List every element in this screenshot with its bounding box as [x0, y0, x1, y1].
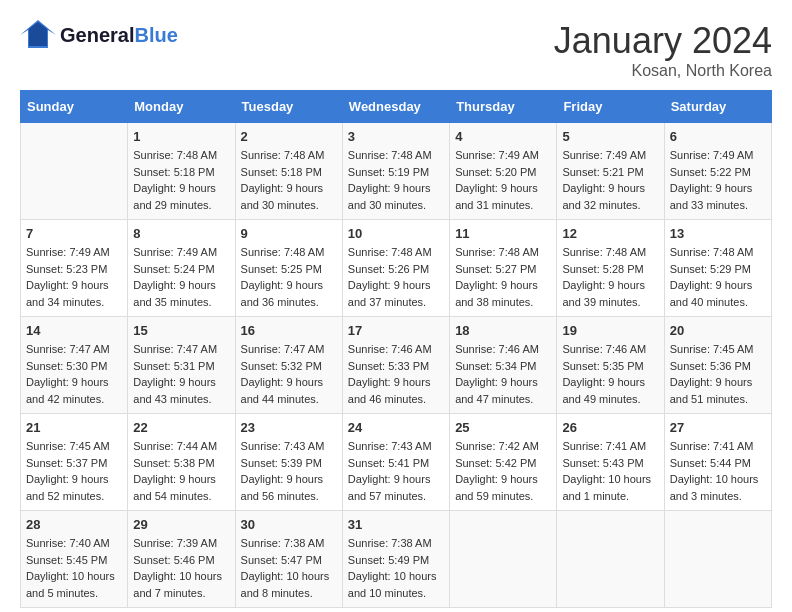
cell-content: Sunrise: 7:46 AMSunset: 5:33 PMDaylight:…	[348, 341, 444, 407]
day-number: 9	[241, 226, 337, 241]
cell-content: Sunrise: 7:38 AMSunset: 5:47 PMDaylight:…	[241, 535, 337, 601]
calendar-table: SundayMondayTuesdayWednesdayThursdayFrid…	[20, 90, 772, 608]
day-number: 6	[670, 129, 766, 144]
sunset-text: Sunset: 5:18 PM	[133, 166, 214, 178]
day-number: 26	[562, 420, 658, 435]
sunrise-text: Sunrise: 7:41 AM	[670, 440, 754, 452]
day-number: 15	[133, 323, 229, 338]
day-number: 21	[26, 420, 122, 435]
sunrise-text: Sunrise: 7:46 AM	[348, 343, 432, 355]
calendar-cell: 30Sunrise: 7:38 AMSunset: 5:47 PMDayligh…	[235, 511, 342, 608]
sunset-text: Sunset: 5:41 PM	[348, 457, 429, 469]
daylight-text: Daylight: 9 hours and 34 minutes.	[26, 279, 109, 308]
day-number: 13	[670, 226, 766, 241]
daylight-text: Daylight: 9 hours and 56 minutes.	[241, 473, 324, 502]
sunrise-text: Sunrise: 7:47 AM	[26, 343, 110, 355]
cell-content: Sunrise: 7:47 AMSunset: 5:32 PMDaylight:…	[241, 341, 337, 407]
cell-content: Sunrise: 7:48 AMSunset: 5:18 PMDaylight:…	[133, 147, 229, 213]
daylight-text: Daylight: 9 hours and 46 minutes.	[348, 376, 431, 405]
daylight-text: Daylight: 9 hours and 31 minutes.	[455, 182, 538, 211]
sunrise-text: Sunrise: 7:38 AM	[348, 537, 432, 549]
cell-content: Sunrise: 7:40 AMSunset: 5:45 PMDaylight:…	[26, 535, 122, 601]
sunset-text: Sunset: 5:33 PM	[348, 360, 429, 372]
logo-bird-icon	[20, 20, 56, 50]
cell-content: Sunrise: 7:46 AMSunset: 5:35 PMDaylight:…	[562, 341, 658, 407]
calendar-cell	[557, 511, 664, 608]
cell-content: Sunrise: 7:47 AMSunset: 5:30 PMDaylight:…	[26, 341, 122, 407]
calendar-cell: 11Sunrise: 7:48 AMSunset: 5:27 PMDayligh…	[450, 220, 557, 317]
daylight-text: Daylight: 9 hours and 52 minutes.	[26, 473, 109, 502]
cell-content: Sunrise: 7:41 AMSunset: 5:43 PMDaylight:…	[562, 438, 658, 504]
cell-content: Sunrise: 7:45 AMSunset: 5:37 PMDaylight:…	[26, 438, 122, 504]
cell-content: Sunrise: 7:48 AMSunset: 5:28 PMDaylight:…	[562, 244, 658, 310]
month-title: January 2024	[554, 20, 772, 62]
sunset-text: Sunset: 5:44 PM	[670, 457, 751, 469]
day-number: 14	[26, 323, 122, 338]
daylight-text: Daylight: 9 hours and 54 minutes.	[133, 473, 216, 502]
col-header-thursday: Thursday	[450, 91, 557, 123]
cell-content: Sunrise: 7:43 AMSunset: 5:41 PMDaylight:…	[348, 438, 444, 504]
daylight-text: Daylight: 10 hours and 10 minutes.	[348, 570, 437, 599]
sunset-text: Sunset: 5:27 PM	[455, 263, 536, 275]
day-number: 25	[455, 420, 551, 435]
sunrise-text: Sunrise: 7:48 AM	[670, 246, 754, 258]
daylight-text: Daylight: 9 hours and 30 minutes.	[241, 182, 324, 211]
sunset-text: Sunset: 5:36 PM	[670, 360, 751, 372]
sunrise-text: Sunrise: 7:48 AM	[241, 246, 325, 258]
daylight-text: Daylight: 9 hours and 43 minutes.	[133, 376, 216, 405]
day-number: 10	[348, 226, 444, 241]
calendar-cell: 15Sunrise: 7:47 AMSunset: 5:31 PMDayligh…	[128, 317, 235, 414]
sunrise-text: Sunrise: 7:41 AM	[562, 440, 646, 452]
calendar-cell: 10Sunrise: 7:48 AMSunset: 5:26 PMDayligh…	[342, 220, 449, 317]
cell-content: Sunrise: 7:48 AMSunset: 5:25 PMDaylight:…	[241, 244, 337, 310]
sunset-text: Sunset: 5:21 PM	[562, 166, 643, 178]
sunset-text: Sunset: 5:29 PM	[670, 263, 751, 275]
sunrise-text: Sunrise: 7:48 AM	[562, 246, 646, 258]
calendar-cell: 24Sunrise: 7:43 AMSunset: 5:41 PMDayligh…	[342, 414, 449, 511]
sunrise-text: Sunrise: 7:48 AM	[241, 149, 325, 161]
day-number: 8	[133, 226, 229, 241]
cell-content: Sunrise: 7:48 AMSunset: 5:18 PMDaylight:…	[241, 147, 337, 213]
daylight-text: Daylight: 9 hours and 37 minutes.	[348, 279, 431, 308]
day-number: 19	[562, 323, 658, 338]
cell-content: Sunrise: 7:49 AMSunset: 5:21 PMDaylight:…	[562, 147, 658, 213]
sunrise-text: Sunrise: 7:46 AM	[562, 343, 646, 355]
calendar-cell: 23Sunrise: 7:43 AMSunset: 5:39 PMDayligh…	[235, 414, 342, 511]
daylight-text: Daylight: 9 hours and 30 minutes.	[348, 182, 431, 211]
day-number: 30	[241, 517, 337, 532]
calendar-week-row: 28Sunrise: 7:40 AMSunset: 5:45 PMDayligh…	[21, 511, 772, 608]
sunrise-text: Sunrise: 7:48 AM	[133, 149, 217, 161]
cell-content: Sunrise: 7:42 AMSunset: 5:42 PMDaylight:…	[455, 438, 551, 504]
sunset-text: Sunset: 5:34 PM	[455, 360, 536, 372]
sunset-text: Sunset: 5:37 PM	[26, 457, 107, 469]
day-number: 20	[670, 323, 766, 338]
calendar-cell: 6Sunrise: 7:49 AMSunset: 5:22 PMDaylight…	[664, 123, 771, 220]
daylight-text: Daylight: 10 hours and 8 minutes.	[241, 570, 330, 599]
cell-content: Sunrise: 7:48 AMSunset: 5:29 PMDaylight:…	[670, 244, 766, 310]
sunset-text: Sunset: 5:45 PM	[26, 554, 107, 566]
location-subtitle: Kosan, North Korea	[554, 62, 772, 80]
cell-content: Sunrise: 7:48 AMSunset: 5:19 PMDaylight:…	[348, 147, 444, 213]
col-header-tuesday: Tuesday	[235, 91, 342, 123]
cell-content: Sunrise: 7:44 AMSunset: 5:38 PMDaylight:…	[133, 438, 229, 504]
cell-content: Sunrise: 7:45 AMSunset: 5:36 PMDaylight:…	[670, 341, 766, 407]
calendar-week-row: 21Sunrise: 7:45 AMSunset: 5:37 PMDayligh…	[21, 414, 772, 511]
sunrise-text: Sunrise: 7:49 AM	[455, 149, 539, 161]
cell-content: Sunrise: 7:46 AMSunset: 5:34 PMDaylight:…	[455, 341, 551, 407]
title-block: January 2024 Kosan, North Korea	[554, 20, 772, 80]
daylight-text: Daylight: 9 hours and 29 minutes.	[133, 182, 216, 211]
day-number: 28	[26, 517, 122, 532]
daylight-text: Daylight: 10 hours and 5 minutes.	[26, 570, 115, 599]
calendar-cell: 29Sunrise: 7:39 AMSunset: 5:46 PMDayligh…	[128, 511, 235, 608]
sunrise-text: Sunrise: 7:49 AM	[562, 149, 646, 161]
sunset-text: Sunset: 5:26 PM	[348, 263, 429, 275]
daylight-text: Daylight: 9 hours and 38 minutes.	[455, 279, 538, 308]
daylight-text: Daylight: 9 hours and 44 minutes.	[241, 376, 324, 405]
cell-content: Sunrise: 7:47 AMSunset: 5:31 PMDaylight:…	[133, 341, 229, 407]
sunset-text: Sunset: 5:18 PM	[241, 166, 322, 178]
col-header-saturday: Saturday	[664, 91, 771, 123]
calendar-cell	[664, 511, 771, 608]
daylight-text: Daylight: 9 hours and 47 minutes.	[455, 376, 538, 405]
col-header-sunday: Sunday	[21, 91, 128, 123]
sunrise-text: Sunrise: 7:48 AM	[348, 246, 432, 258]
